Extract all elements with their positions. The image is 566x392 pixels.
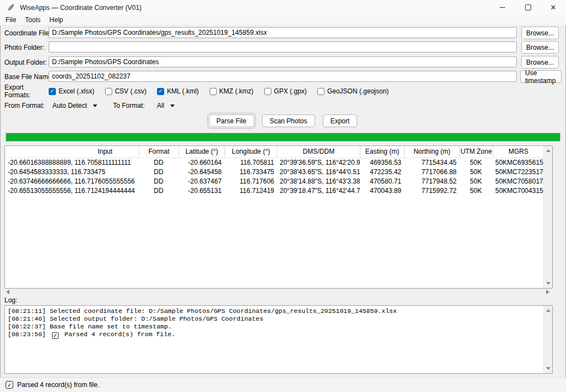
close-icon[interactable]: ✕ bbox=[541, 0, 566, 15]
use-timestamp-button[interactable]: Use timestamp bbox=[520, 70, 562, 83]
menu-bar: FileToolsHelp bbox=[0, 15, 566, 25]
format-row: From Format: Auto Detect To Format: All bbox=[4, 101, 175, 110]
table-cell: 469356.53 bbox=[360, 158, 404, 168]
checked-checkbox-icon: ✓ bbox=[6, 381, 13, 389]
table-cell: 50K bbox=[459, 158, 492, 168]
table-body: -20.66016388888889, 116.7058111111111DD-… bbox=[5, 158, 544, 196]
export-format-csv-csv[interactable]: CSV (.csv) bbox=[105, 87, 146, 95]
table-row[interactable]: -20.65513055555556, 116.7124194444444DD-… bbox=[5, 186, 544, 196]
status-bar: ✓ Parsed 4 record(s) from file. bbox=[0, 377, 566, 392]
export-formats-label: Export Formats: bbox=[4, 83, 49, 99]
menu-item-file[interactable]: File bbox=[1, 16, 20, 24]
coordinate-file-label: Coordinate File: bbox=[4, 29, 51, 37]
to-format-label: To Format: bbox=[113, 102, 144, 109]
menu-item-help[interactable]: Help bbox=[45, 16, 67, 24]
table-cell: 50K bbox=[459, 177, 492, 186]
export-format-label: Excel (.xlsx) bbox=[59, 87, 95, 95]
output-folder-input[interactable] bbox=[49, 56, 517, 67]
table-vertical-scrollbar[interactable] bbox=[543, 146, 552, 288]
photo-folder-label: Photo Folder: bbox=[4, 44, 44, 51]
progress-fill bbox=[6, 133, 560, 141]
output-folder-label: Output Folder: bbox=[4, 59, 47, 66]
base-file-name-input[interactable] bbox=[49, 71, 517, 82]
column-header-northing-m[interactable]: Northing (m) bbox=[404, 146, 459, 158]
export-format-label: KML (.kml) bbox=[167, 87, 199, 95]
photo-folder-browse-button[interactable]: Browse... bbox=[521, 41, 559, 54]
from-format-dropdown[interactable]: Auto Detect bbox=[53, 102, 87, 109]
minimize-icon[interactable] bbox=[490, 0, 515, 15]
coordinate-file-browse-button[interactable]: Browse... bbox=[521, 27, 559, 39]
table-cell: 472235.42 bbox=[360, 168, 404, 177]
checked-checkbox-icon[interactable]: ✓ bbox=[157, 88, 164, 95]
column-header-dms-ddm[interactable]: DMS/DDM bbox=[277, 146, 360, 158]
unchecked-checkbox-icon[interactable] bbox=[209, 88, 217, 95]
export-format-gpx-gpx[interactable]: GPX (.gpx) bbox=[264, 87, 307, 95]
column-header-easting-m[interactable]: Easting (m) bbox=[360, 146, 404, 158]
table-row[interactable]: -20.66016388888889, 116.7058111111111DD-… bbox=[5, 158, 544, 168]
chevron-down-icon[interactable] bbox=[170, 104, 175, 107]
output-folder-browse-button[interactable]: Browse... bbox=[521, 56, 559, 69]
scroll-up-icon[interactable] bbox=[546, 149, 551, 152]
photo-folder-input[interactable] bbox=[49, 41, 517, 53]
table-cell: 20°39'36.59"S, 116°42'20.92"E bbox=[277, 158, 360, 168]
from-format-label: From Format: bbox=[4, 102, 45, 109]
export-format-label: KMZ (.kmz) bbox=[219, 87, 254, 95]
table-cell: 7717948.52 bbox=[404, 177, 459, 186]
menu-item-tools[interactable]: Tools bbox=[20, 16, 45, 24]
column-header-format[interactable]: Format bbox=[139, 146, 179, 158]
table-row[interactable]: -20.6454583333333, 116.733475DD-20.64545… bbox=[5, 168, 544, 177]
scan-photos-button[interactable]: Scan Photos bbox=[262, 114, 315, 127]
table-cell: 50K bbox=[459, 186, 492, 196]
table-cell: -20.6454583333333, 116.733475 bbox=[5, 168, 139, 177]
table-row[interactable]: -20.63746666666666, 116.7176055555556DD-… bbox=[5, 177, 544, 186]
table-cell: DD bbox=[139, 158, 179, 168]
column-header-input[interactable]: Input bbox=[5, 146, 139, 158]
column-header-mgrs[interactable]: MGRS bbox=[492, 146, 544, 158]
base-file-name-row: Base File Name: Use timestamp bbox=[4, 71, 562, 83]
title-bar: WiseApps — Coordinate Converter (V01) ✕ bbox=[0, 0, 566, 15]
log-label: Log: bbox=[4, 296, 17, 304]
table-cell: 116.712419 bbox=[224, 186, 277, 196]
table-cell: -20.65513055555556, 116.7124194444444 bbox=[5, 186, 139, 196]
window-controls: ✕ bbox=[490, 0, 566, 15]
chevron-down-icon[interactable] bbox=[93, 104, 97, 107]
column-header-latitude[interactable]: Latitude (°) bbox=[179, 146, 224, 158]
status-text: Parsed 4 record(s) from file. bbox=[17, 381, 99, 389]
scroll-left-icon[interactable] bbox=[6, 290, 9, 294]
scroll-down-icon[interactable] bbox=[546, 282, 551, 285]
parse-file-button[interactable]: Parse File bbox=[209, 114, 254, 127]
coordinate-file-input[interactable] bbox=[49, 27, 517, 38]
checked-checkbox-icon[interactable]: ✓ bbox=[49, 88, 56, 95]
table-cell: 50KMC7004315992 bbox=[492, 186, 544, 196]
export-format-kmz-kmz[interactable]: KMZ (.kmz) bbox=[209, 87, 254, 95]
photo-folder-row: Photo Folder: Browse... bbox=[4, 41, 562, 54]
column-header-utm-zone[interactable]: UTM Zone bbox=[459, 146, 492, 158]
log-vertical-scrollbar[interactable] bbox=[543, 306, 552, 373]
unchecked-checkbox-icon[interactable] bbox=[264, 88, 271, 95]
table-cell: 116.705811 bbox=[224, 158, 277, 168]
log-output[interactable]: [08:21:11] Selected coordinate file: D:/… bbox=[4, 305, 553, 374]
table-cell: DD bbox=[139, 168, 179, 177]
base-file-name-label: Base File Name: bbox=[4, 73, 54, 81]
maximize-icon[interactable] bbox=[515, 0, 541, 15]
scroll-up-icon[interactable] bbox=[546, 309, 551, 312]
export-format-excel-xlsx[interactable]: ✓Excel (.xlsx) bbox=[49, 87, 95, 95]
table-cell: 50K bbox=[459, 168, 492, 177]
column-header-longitude[interactable]: Longitude (°) bbox=[224, 146, 277, 158]
log-line: [08:23:50] ✓ Parsed 4 record(s) from fil… bbox=[8, 331, 549, 339]
table-cell: 20°39'18.47"S, 116°42'44.71"E bbox=[277, 186, 360, 196]
unchecked-checkbox-icon[interactable] bbox=[105, 88, 112, 95]
coordinate-file-row: Coordinate File: Browse... bbox=[4, 27, 562, 39]
export-formats-options: ✓Excel (.xlsx)CSV (.csv)✓KML (.kml)KMZ (… bbox=[49, 87, 399, 95]
table-cell: 20°38'43.65"S, 116°44'0.51"E bbox=[277, 168, 360, 177]
scroll-right-icon[interactable] bbox=[546, 290, 549, 294]
scroll-down-icon[interactable] bbox=[546, 367, 551, 370]
to-format-dropdown[interactable]: All bbox=[157, 102, 164, 109]
export-format-kml-kml[interactable]: ✓KML (.kml) bbox=[157, 87, 199, 95]
unchecked-checkbox-icon[interactable] bbox=[317, 88, 324, 95]
table-cell: 470580.71 bbox=[360, 177, 404, 186]
export-button[interactable]: Export bbox=[323, 114, 358, 127]
table-cell: 50KMC7058017948 bbox=[492, 177, 544, 186]
log-line: [08:22:37] Base file name set to timesta… bbox=[8, 323, 549, 331]
export-format-geojson-geojson[interactable]: GeoJSON (.geojson) bbox=[317, 87, 389, 95]
